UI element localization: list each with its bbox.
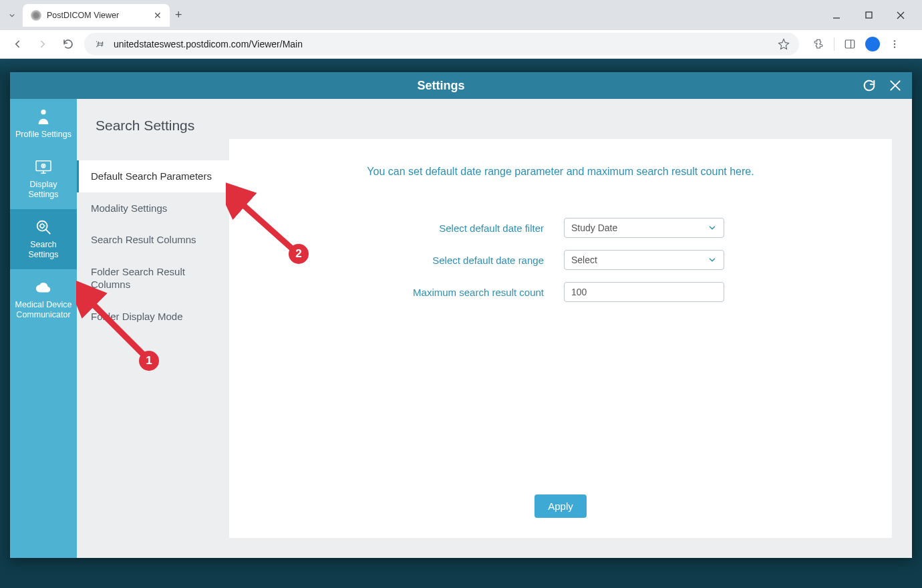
site-info-icon[interactable]	[94, 37, 107, 51]
rail-label: Medical Device Communicator	[14, 300, 73, 320]
subnav-search-result-columns[interactable]: Search Result Columns	[77, 224, 229, 256]
settings-side-rail: Profile Settings Display Settings Search…	[10, 99, 77, 558]
window-minimize-button[interactable]	[827, 6, 846, 25]
side-panel-icon[interactable]	[844, 38, 856, 50]
form-row-date-filter: Select default date filter Study Date	[397, 218, 724, 238]
svg-point-14	[43, 165, 44, 166]
svg-point-6	[894, 40, 895, 41]
browser-tab-strip: PostDICOM Viewer ✕ +	[0, 0, 922, 30]
toolbar-divider	[834, 37, 834, 51]
settings-modal: Settings Profile Settings Display Settin…	[10, 72, 912, 558]
subnav-item-label: Modality Settings	[91, 202, 167, 214]
rail-label: Profile Settings	[15, 130, 71, 140]
browser-toolbar: unitedstateswest.postdicom.com/Viewer/Ma…	[0, 30, 922, 59]
subnav-folder-display-mode[interactable]: Folder Display Mode	[77, 301, 229, 333]
form-row-max-count: Maximum search result count	[397, 282, 724, 302]
rail-medical-device-communicator[interactable]: Medical Device Communicator	[10, 269, 77, 329]
rail-display-settings[interactable]: Display Settings	[10, 149, 77, 209]
svg-rect-4	[845, 40, 855, 48]
settings-subnav: Search Settings Default Search Parameter…	[77, 99, 229, 558]
chevron-down-icon	[708, 223, 717, 233]
reload-button[interactable]	[59, 35, 78, 53]
magnifier-gear-icon	[35, 218, 52, 236]
date-filter-label: Select default date filter	[397, 223, 544, 234]
form-row-date-range: Select default date range Select	[397, 250, 724, 270]
rail-profile-settings[interactable]: Profile Settings	[10, 99, 77, 149]
svg-point-7	[894, 43, 895, 45]
settings-modal-title: Settings	[20, 79, 862, 93]
tab-favicon	[31, 10, 41, 21]
window-close-button[interactable]	[891, 6, 910, 25]
form-rows: Select default date filter Study Date Se…	[263, 218, 859, 302]
browser-tab[interactable]: PostDICOM Viewer ✕	[23, 4, 170, 27]
chevron-down-icon	[708, 255, 717, 265]
settings-modal-header: Settings	[10, 72, 912, 99]
svg-point-3	[96, 46, 98, 47]
svg-point-9	[41, 110, 45, 114]
settings-content: Search Settings Default Search Parameter…	[77, 99, 912, 558]
window-maximize-button[interactable]	[859, 6, 878, 25]
select-value: Study Date	[571, 223, 617, 233]
url-text: unitedstateswest.postdicom.com/Viewer/Ma…	[114, 39, 771, 49]
forward-button[interactable]	[33, 35, 52, 53]
back-button[interactable]	[8, 35, 27, 53]
extensions-icon[interactable]	[812, 38, 824, 50]
subnav-modality-settings[interactable]: Modality Settings	[77, 192, 229, 225]
max-count-label: Maximum search result count	[397, 287, 544, 298]
svg-point-2	[96, 41, 98, 43]
subnav-item-label: Folder Search Result Columns	[91, 266, 185, 291]
subnav-item-label: Default Search Parameters	[91, 170, 212, 182]
cloud-icon	[35, 279, 52, 296]
refresh-icon[interactable]	[862, 78, 877, 93]
svg-rect-1	[866, 12, 872, 18]
svg-point-8	[894, 46, 895, 47]
date-filter-select[interactable]: Study Date	[564, 218, 724, 238]
page-title: Search Settings	[77, 118, 229, 160]
apply-button[interactable]: Apply	[534, 494, 587, 518]
tab-title: PostDICOM Viewer	[47, 11, 148, 20]
profile-avatar[interactable]	[865, 37, 880, 51]
address-bar[interactable]: unitedstateswest.postdicom.com/Viewer/Ma…	[84, 33, 799, 55]
person-icon	[35, 108, 52, 126]
tab-close-icon[interactable]: ✕	[154, 10, 162, 21]
max-count-input[interactable]	[564, 282, 724, 302]
subnav-item-label: Folder Display Mode	[91, 311, 183, 322]
subnav-folder-search-result-columns[interactable]: Folder Search Result Columns	[77, 256, 229, 301]
bookmark-star-icon[interactable]	[778, 38, 790, 50]
select-value: Select	[571, 255, 597, 265]
svg-point-15	[37, 221, 47, 231]
date-range-label: Select default date range	[397, 255, 544, 266]
new-tab-button[interactable]: +	[175, 8, 182, 22]
monitor-gear-icon	[35, 158, 52, 176]
rail-search-settings[interactable]: Search Settings	[10, 209, 77, 269]
rail-label: Display Settings	[14, 180, 73, 200]
svg-line-16	[46, 230, 51, 235]
tab-search-button[interactable]	[5, 9, 19, 22]
subnav-default-search-parameters[interactable]: Default Search Parameters	[77, 160, 229, 192]
rail-label: Search Settings	[14, 240, 73, 260]
close-icon[interactable]	[889, 79, 902, 92]
subnav-item-label: Search Result Columns	[91, 234, 196, 245]
chrome-menu-icon[interactable]	[889, 39, 900, 49]
date-range-select[interactable]: Select	[564, 250, 724, 270]
panel-description: You can set default date range parameter…	[263, 166, 859, 178]
settings-panel: You can set default date range parameter…	[229, 139, 892, 538]
